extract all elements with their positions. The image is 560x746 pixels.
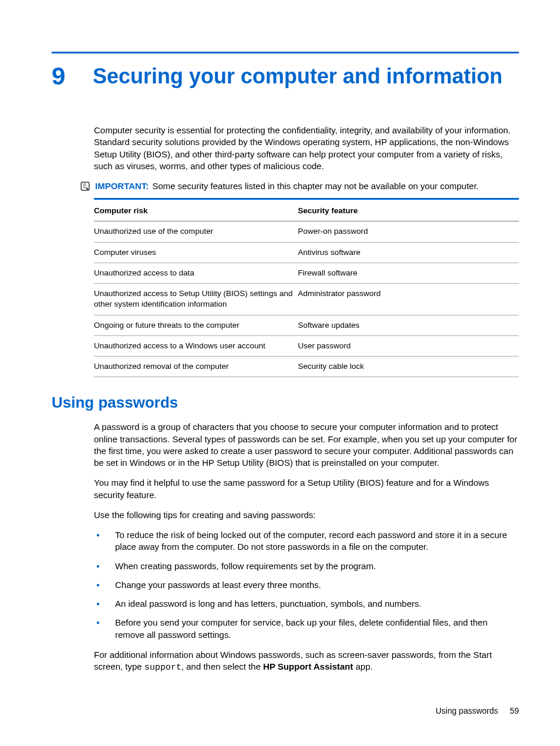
cell-risk: Unauthorized removal of the computer — [94, 357, 298, 377]
risk-feature-table: Computer risk Security feature Unauthori… — [94, 200, 519, 377]
cell-feature: Software updates — [298, 315, 519, 335]
list-item: To reduce the risk of being locked out o… — [94, 529, 519, 553]
table-header-risk: Computer risk — [94, 200, 298, 221]
cell-risk: Unauthorized access to a Windows user ac… — [94, 335, 298, 356]
cell-risk: Computer viruses — [94, 242, 298, 263]
section-paragraph-2: You may find it helpful to use the same … — [94, 477, 519, 501]
cell-feature: Firewall software — [298, 263, 519, 283]
table-row: Computer viruses Antivirus software — [94, 242, 519, 263]
important-label: IMPORTANT: — [95, 181, 149, 191]
cell-feature: Power-on password — [298, 221, 519, 242]
chapter-number: 9 — [52, 64, 69, 89]
chapter-top-rule — [52, 52, 519, 53]
table-row: Unauthorized removal of the computer Sec… — [94, 357, 519, 377]
list-item: Before you send your computer for servic… — [94, 617, 519, 641]
cell-risk: Ongoing or future threats to the compute… — [94, 315, 298, 335]
important-note: IMPORTANT:Some security features listed … — [80, 180, 519, 192]
cell-risk: Unauthorized access to data — [94, 263, 298, 283]
table-header-feature: Security feature — [298, 200, 519, 221]
cell-feature: Security cable lock — [298, 357, 519, 377]
para4-post: app. — [353, 661, 373, 671]
table-row: Unauthorized access to a Windows user ac… — [94, 335, 519, 356]
section-paragraph-3: Use the following tips for creating and … — [94, 509, 519, 521]
section-heading: Using passwords — [52, 392, 519, 413]
cell-feature: User password — [298, 335, 519, 356]
intro-paragraph: Computer security is essential for prote… — [94, 125, 519, 172]
table-row: Ongoing or future threats to the compute… — [94, 315, 519, 335]
page-footer: Using passwords 59 — [436, 705, 519, 717]
page-number: 59 — [510, 706, 519, 715]
para4-mid: , and then select the — [181, 661, 263, 671]
para4-bold: HP Support Assistant — [263, 661, 353, 671]
table-row: Unauthorized access to data Firewall sof… — [94, 263, 519, 283]
list-item: An ideal password is long and has letter… — [94, 598, 519, 610]
important-text: Some security features listed in this ch… — [152, 181, 478, 191]
table-row: Unauthorized use of the computer Power-o… — [94, 221, 519, 242]
important-text-wrapper: IMPORTANT:Some security features listed … — [95, 180, 479, 192]
para4-code: support — [144, 663, 181, 673]
chapter-header: 9 Securing your computer and information — [52, 63, 519, 89]
section-paragraph-4: For additional information about Windows… — [94, 649, 519, 674]
cell-feature: Antivirus software — [298, 242, 519, 263]
table-row: Unauthorized access to Setup Utility (BI… — [94, 284, 519, 315]
cell-risk: Unauthorized use of the computer — [94, 221, 298, 242]
tips-list: To reduce the risk of being locked out o… — [94, 529, 519, 641]
note-icon — [80, 181, 90, 191]
section-paragraph-1: A password is a group of characters that… — [94, 421, 519, 469]
cell-risk: Unauthorized access to Setup Utility (BI… — [94, 284, 298, 315]
chapter-title: Securing your computer and information — [93, 63, 502, 89]
list-item: Change your passwords at least every thr… — [94, 579, 519, 591]
footer-label: Using passwords — [436, 706, 498, 715]
cell-feature: Administrator password — [298, 284, 519, 315]
list-item: When creating passwords, follow requirem… — [94, 560, 519, 572]
